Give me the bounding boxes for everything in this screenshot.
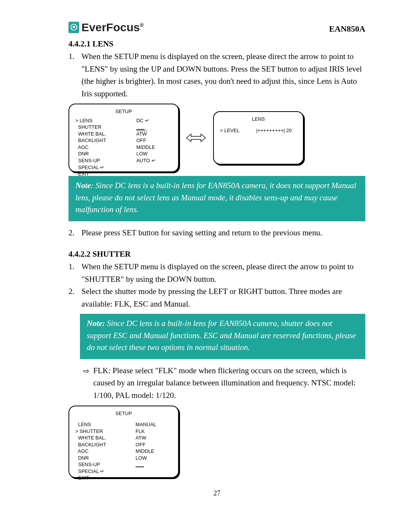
list-number: 1. xyxy=(68,50,77,100)
list-number: 2. xyxy=(68,227,77,239)
osd-row-label: > LEVEL xyxy=(220,127,245,134)
page-number: 27 xyxy=(68,489,365,497)
note-text: Since DC lens is a built-in lens for EAN… xyxy=(87,319,356,352)
osd-row-value: MANUAL xyxy=(135,421,172,428)
list-number: 1. xyxy=(68,260,77,285)
osd-row-value: ATW xyxy=(135,435,172,441)
note-box-shutter: Note: Since DC lens is a built-in lens f… xyxy=(80,314,365,359)
list-text: When the SETUP menu is displayed on the … xyxy=(81,50,365,100)
osd-row-label: SHUTTER xyxy=(75,124,123,131)
model-number: EAN850A xyxy=(329,24,365,34)
osd-row-label: EXIT xyxy=(75,171,123,177)
list-text: Select the shutter mode by pressing the … xyxy=(81,285,365,310)
osd-row-value: FLK xyxy=(135,428,172,435)
osd-title: SETUP xyxy=(75,410,172,417)
flk-bullet: ⇨ FLK: Please select "FLK" mode when fli… xyxy=(83,364,365,402)
osd-row-value: ___ xyxy=(135,461,172,468)
osd-row-label: LENS xyxy=(75,421,122,428)
registered-icon: ® xyxy=(140,22,143,28)
osd-title: SETUP xyxy=(75,108,172,115)
arrow-right-icon: ⇨ xyxy=(83,364,89,402)
manual-page: ⦿ EverFocus® EAN850A 4.4.2.1 LENS 1. Whe… xyxy=(0,0,411,513)
osd-setup-box-2: SETUP LENSMANUAL > SHUTTERFLK WHITE BAL.… xyxy=(68,406,179,478)
osd-row-value xyxy=(135,474,172,481)
osd-row-value: |+++++++++| 20 xyxy=(256,127,297,134)
osd-row-value: LOW xyxy=(135,455,172,462)
osd-row-value xyxy=(136,171,172,177)
osd-row-value: OFF xyxy=(135,441,172,448)
note-box-lens: Note: Since DC lens is a built-in lens f… xyxy=(68,176,365,221)
osd-row-label: SPECIAL ↵ xyxy=(75,468,122,475)
bidirectional-arrow-icon xyxy=(186,133,206,143)
osd-row-value: ATW xyxy=(136,131,172,137)
logo-mark-icon: ⦿ xyxy=(68,22,79,33)
osd-row-label: AGC xyxy=(75,448,122,455)
osd-row-label: BACKLIGHT xyxy=(75,441,122,448)
osd-row-value: ___ xyxy=(136,124,172,131)
osd-setup-box: SETUP > LENSDC ↵ SHUTTER___ WHITE BAL.AT… xyxy=(68,104,179,172)
osd-row-value: LOW xyxy=(136,150,172,157)
lens-step-1: 1. When the SETUP menu is displayed on t… xyxy=(68,50,365,100)
osd-row-label: > LENS xyxy=(75,117,123,124)
osd-row-label: > SHUTTER xyxy=(75,428,122,435)
brand-name: EverFocus xyxy=(81,21,140,34)
osd-row-label: BACKLIGHT xyxy=(75,137,123,144)
osd-row-label: SENS-UP xyxy=(75,157,123,164)
osd-row-label: WHITE BAL. xyxy=(75,435,122,441)
list-number: 2. xyxy=(68,285,77,310)
note-text: : Since DC lens is a built-in lens for E… xyxy=(75,181,356,214)
section-heading-shutter: 4.4.2.2 SHUTTER xyxy=(68,249,365,259)
osd-row-label: SPECIAL ↵ xyxy=(75,164,123,171)
osd-row-label: AGC xyxy=(75,144,123,151)
osd-row-value xyxy=(135,468,172,475)
osd-diagram-lens: SETUP > LENSDC ↵ SHUTTER___ WHITE BAL.AT… xyxy=(68,104,365,172)
osd-row-label: SENS-UP xyxy=(75,461,122,468)
note-label: Note xyxy=(75,181,91,190)
osd-row-label: EXIT xyxy=(75,474,122,481)
osd-row-label: DNR xyxy=(75,455,122,462)
osd-row-value: MIDDLE xyxy=(135,448,172,455)
osd-row-label: DNR xyxy=(75,150,123,157)
osd-row-value: AUTO ↵ xyxy=(136,157,172,164)
osd-title: LENS xyxy=(220,116,297,123)
osd-lens-box: LENS > LEVEL |+++++++++| 20 xyxy=(213,111,304,165)
list-text: When the SETUP menu is displayed on the … xyxy=(81,260,365,285)
note-label: Note: xyxy=(87,319,105,328)
shutter-step-2: 2. Select the shutter mode by pressing t… xyxy=(68,285,365,310)
shutter-step-1: 1. When the SETUP menu is displayed on t… xyxy=(68,260,365,285)
osd-row-value: MIDDLE xyxy=(136,144,172,151)
page-header: ⦿ EverFocus® EAN850A xyxy=(68,21,365,34)
osd-row-value: DC ↵ xyxy=(136,117,172,124)
section-heading-lens: 4.4.2.1 LENS xyxy=(68,39,365,49)
flk-text: FLK: Please select "FLK" mode when flick… xyxy=(93,364,365,402)
osd-row-value: OFF xyxy=(136,137,172,144)
lens-step-2: 2. Please press SET button for saving se… xyxy=(68,227,365,239)
brand-logo: ⦿ EverFocus® xyxy=(68,21,144,34)
osd-row-label: WHITE BAL. xyxy=(75,131,123,137)
list-text: Please press SET button for saving setti… xyxy=(81,227,322,239)
osd-row-value xyxy=(136,164,172,171)
